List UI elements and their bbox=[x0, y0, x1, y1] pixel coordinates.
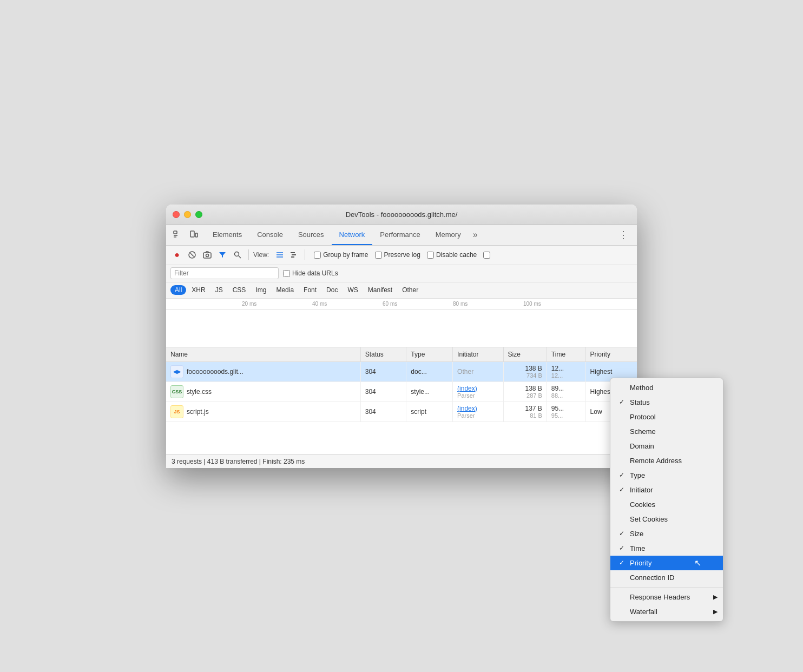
list-view-button[interactable] bbox=[273, 248, 286, 261]
tab-performance[interactable]: Performance bbox=[372, 225, 427, 245]
file-icon-js: JS bbox=[170, 405, 183, 418]
ruler-mark-60ms: 60 ms bbox=[383, 301, 397, 307]
cursor-icon: ↖ bbox=[694, 558, 701, 568]
hide-data-urls-checkbox[interactable]: Hide data URLs bbox=[283, 269, 338, 277]
tab-memory[interactable]: Memory bbox=[428, 225, 469, 245]
menu-item-remote-address[interactable]: Remote Address bbox=[610, 453, 723, 468]
timeline-ruler: 20 ms 40 ms 60 ms 80 ms 100 ms bbox=[166, 299, 637, 309]
menu-item-domain[interactable]: Domain bbox=[610, 439, 723, 453]
menu-item-time[interactable]: ✓ Time bbox=[610, 541, 723, 556]
type-btn-xhr[interactable]: XHR bbox=[187, 285, 209, 295]
more-tabs-button[interactable]: » bbox=[469, 230, 482, 240]
toolbar-divider bbox=[248, 249, 249, 260]
tab-network[interactable]: Network bbox=[332, 225, 373, 245]
menu-item-waterfall[interactable]: Waterfall ▶ bbox=[610, 604, 723, 619]
menu-item-priority[interactable]: ✓ Priority ↖ bbox=[610, 556, 723, 570]
clear-button[interactable] bbox=[186, 248, 199, 261]
menu-item-size[interactable]: ✓ Size bbox=[610, 526, 723, 541]
col-priority[interactable]: Priority bbox=[585, 347, 637, 362]
svg-rect-0 bbox=[174, 231, 177, 234]
ruler-mark-40ms: 40 ms bbox=[312, 301, 327, 307]
record-button[interactable]: ● bbox=[170, 248, 183, 261]
type-btn-js[interactable]: JS bbox=[211, 285, 227, 295]
menu-item-method[interactable]: Method bbox=[610, 380, 723, 395]
col-name[interactable]: Name bbox=[166, 347, 360, 362]
group-by-frame-checkbox[interactable]: Group by frame bbox=[314, 251, 368, 259]
devtools-menu-button[interactable]: ⋮ bbox=[614, 229, 633, 241]
cell-name: CSS style.css bbox=[166, 381, 360, 401]
tab-sources[interactable]: Sources bbox=[291, 225, 332, 245]
menu-item-set-cookies[interactable]: Set Cookies bbox=[610, 512, 723, 526]
maximize-button[interactable] bbox=[195, 211, 202, 218]
cell-initiator: (index) Parser bbox=[453, 381, 504, 401]
col-status[interactable]: Status bbox=[360, 347, 406, 362]
menu-item-connection-id[interactable]: Connection ID bbox=[610, 570, 723, 585]
type-btn-img[interactable]: Img bbox=[251, 285, 271, 295]
view-label: View: bbox=[253, 251, 269, 259]
type-btn-ws[interactable]: WS bbox=[343, 285, 362, 295]
svg-line-10 bbox=[239, 256, 241, 258]
table-row[interactable]: ◀▶ fooooooooods.glit... 304 doc... Other… bbox=[166, 361, 637, 381]
filter-icon[interactable] bbox=[216, 248, 229, 261]
cell-time: 12... 12... bbox=[547, 361, 585, 381]
col-type[interactable]: Type bbox=[406, 347, 453, 362]
devtools-icons bbox=[170, 228, 201, 242]
svg-line-6 bbox=[190, 253, 194, 256]
type-btn-all[interactable]: All bbox=[170, 285, 186, 295]
col-initiator[interactable]: Initiator bbox=[453, 347, 504, 362]
file-icon-css: CSS bbox=[170, 385, 183, 398]
file-icon-html: ◀▶ bbox=[170, 365, 183, 378]
type-btn-manifest[interactable]: Manifest bbox=[364, 285, 397, 295]
minimize-button[interactable] bbox=[184, 211, 191, 218]
type-btn-media[interactable]: Media bbox=[272, 285, 298, 295]
ruler-mark-80ms: 80 ms bbox=[453, 301, 468, 307]
tab-elements[interactable]: Elements bbox=[205, 225, 249, 245]
submenu-arrow-response-headers: ▶ bbox=[713, 594, 718, 601]
cell-type: style... bbox=[406, 381, 453, 401]
type-filter: All XHR JS CSS Img Media Font Doc WS Man… bbox=[166, 282, 637, 299]
type-btn-doc[interactable]: Doc bbox=[322, 285, 342, 295]
camera-button[interactable] bbox=[201, 248, 214, 261]
tab-console[interactable]: Console bbox=[249, 225, 291, 245]
menu-item-scheme[interactable]: Scheme bbox=[610, 424, 723, 439]
menu-item-response-headers[interactable]: Response Headers ▶ bbox=[610, 590, 723, 604]
type-btn-other[interactable]: Other bbox=[398, 285, 423, 295]
type-btn-css[interactable]: CSS bbox=[228, 285, 251, 295]
menu-divider bbox=[610, 587, 723, 588]
table-row[interactable]: JS script.js 304 script (index) Parser 1… bbox=[166, 401, 637, 421]
svg-rect-7 bbox=[203, 253, 211, 258]
table-row-empty bbox=[166, 421, 637, 454]
menu-item-cookies[interactable]: Cookies bbox=[610, 497, 723, 512]
device-icon[interactable] bbox=[187, 228, 201, 242]
menu-item-protocol[interactable]: Protocol bbox=[610, 410, 723, 424]
context-menu: Method ✓ Status Protocol Scheme Domain R… bbox=[610, 378, 723, 622]
preserve-log-checkbox[interactable]: Preserve log bbox=[375, 251, 420, 259]
menu-item-status[interactable]: ✓ Status bbox=[610, 395, 723, 410]
cell-size: 137 B 81 B bbox=[503, 401, 547, 421]
cell-status: 304 bbox=[360, 381, 406, 401]
menu-item-type[interactable]: ✓ Type bbox=[610, 468, 723, 483]
cell-initiator: (index) Parser bbox=[453, 401, 504, 421]
svg-point-8 bbox=[206, 254, 209, 257]
filter-input[interactable] bbox=[170, 267, 279, 279]
svg-rect-14 bbox=[291, 252, 295, 253]
disable-cache-checkbox[interactable]: Disable cache bbox=[427, 251, 477, 259]
timeline-content bbox=[166, 309, 637, 347]
close-button[interactable] bbox=[173, 211, 180, 218]
search-icon[interactable] bbox=[231, 248, 244, 261]
col-size[interactable]: Size bbox=[503, 347, 547, 362]
cell-type: script bbox=[406, 401, 453, 421]
cell-size: 138 B 734 B bbox=[503, 361, 547, 381]
filter-bar: Hide data URLs bbox=[166, 265, 637, 282]
extra-checkbox[interactable] bbox=[483, 252, 490, 259]
window-title: DevTools - fooooooooods.glitch.me/ bbox=[346, 210, 458, 219]
type-btn-font[interactable]: Font bbox=[299, 285, 321, 295]
cell-name: JS script.js bbox=[166, 401, 360, 421]
svg-rect-15 bbox=[292, 254, 296, 255]
table-row[interactable]: CSS style.css 304 style... (index) Parse… bbox=[166, 381, 637, 401]
inspect-icon[interactable] bbox=[170, 228, 185, 242]
waterfall-view-button[interactable] bbox=[287, 248, 300, 261]
col-time[interactable]: Time bbox=[547, 347, 585, 362]
menu-item-initiator[interactable]: ✓ Initiator bbox=[610, 483, 723, 497]
devtools-window: DevTools - fooooooooods.glitch.me/ Eleme… bbox=[166, 205, 637, 468]
